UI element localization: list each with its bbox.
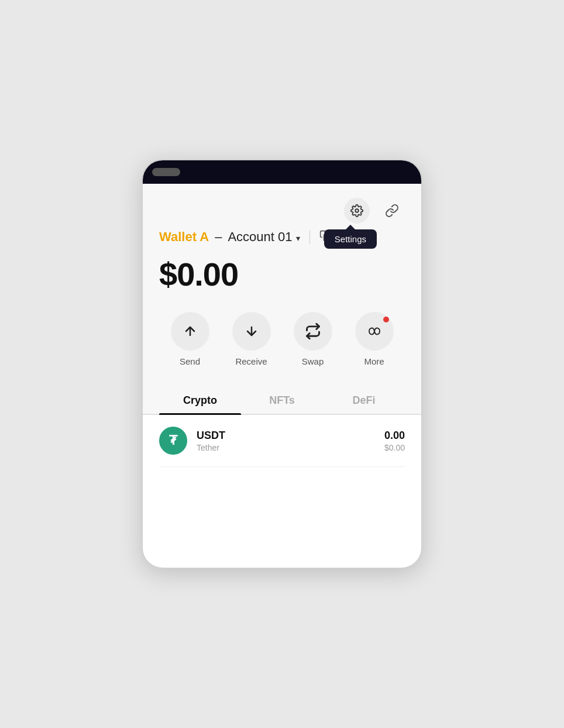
vertical-divider (309, 230, 310, 244)
receive-icon (245, 324, 259, 338)
more-action[interactable]: More (355, 312, 394, 366)
more-label: More (364, 356, 384, 366)
token-value: 0.00 $0.00 (384, 430, 405, 452)
token-info: USDT Tether (197, 430, 384, 452)
main-content: Settings Wallet A – Account 01 ▾ $0.00 (143, 184, 421, 467)
swap-action[interactable]: Swap (294, 312, 332, 366)
send-label: Send (180, 356, 200, 366)
link-icon (385, 204, 399, 218)
receive-label: Receive (235, 356, 267, 366)
swap-icon (305, 323, 321, 339)
tabs-row: Crypto NFTs DeFi (143, 387, 421, 415)
title-bar (143, 160, 421, 184)
swap-label: Swap (302, 356, 324, 366)
dropdown-arrow-icon: ▾ (296, 233, 300, 243)
wallet-name: Wallet A (159, 229, 209, 245)
more-circle (355, 312, 394, 351)
balance-display: $0.00 (159, 255, 405, 293)
receive-circle (232, 312, 271, 351)
tab-defi[interactable]: DeFi (323, 387, 405, 414)
title-bar-dot (152, 168, 180, 176)
top-icons-row: Settings (159, 198, 405, 224)
token-amount: 0.00 (384, 430, 405, 442)
token-symbol: USDT (197, 430, 384, 442)
settings-button[interactable] (344, 198, 370, 224)
send-action[interactable]: Send (171, 312, 209, 366)
token-list: ₮ USDT Tether 0.00 $0.00 (143, 415, 421, 467)
tab-nfts[interactable]: NFTs (241, 387, 323, 414)
send-icon (183, 324, 197, 338)
actions-row: Send Receive (159, 312, 405, 366)
swap-circle (294, 312, 332, 351)
gear-icon (350, 204, 363, 217)
wallet-separator: – (215, 229, 222, 245)
tab-crypto[interactable]: Crypto (159, 387, 241, 414)
receive-action[interactable]: Receive (232, 312, 271, 366)
phone-frame: Settings Wallet A – Account 01 ▾ $0.00 (142, 159, 422, 569)
notification-dot (383, 317, 389, 322)
link-button[interactable] (379, 198, 405, 224)
send-circle (171, 312, 209, 351)
settings-tooltip: Settings (324, 229, 377, 249)
table-row[interactable]: ₮ USDT Tether 0.00 $0.00 (159, 415, 405, 467)
usdt-icon: ₮ (159, 427, 187, 455)
wallet-account: Account 01 ▾ (228, 229, 300, 245)
token-name: Tether (197, 443, 384, 452)
more-icon (366, 324, 383, 338)
svg-point-0 (355, 209, 359, 212)
token-usd: $0.00 (384, 443, 405, 452)
